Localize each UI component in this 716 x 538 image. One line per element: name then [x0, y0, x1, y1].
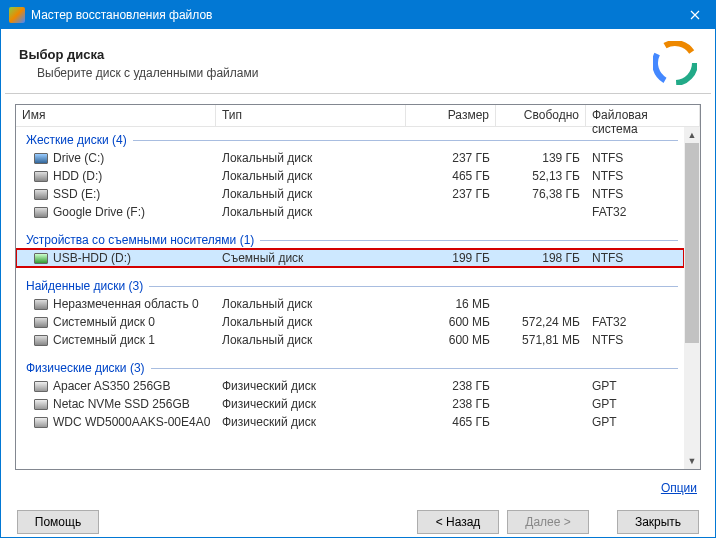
disk-row[interactable]: Системный диск 0Локальный диск600 МБ572,… [16, 313, 684, 331]
drive-icon [34, 417, 48, 428]
app-icon [9, 7, 25, 23]
drive-icon [34, 207, 48, 218]
drive-icon [34, 171, 48, 182]
col-free[interactable]: Свободно [496, 105, 586, 126]
next-button[interactable]: Далее > [507, 510, 589, 534]
drive-icon [34, 153, 48, 164]
disk-fs: NTFS [586, 151, 684, 165]
disk-free: 139 ГБ [496, 151, 586, 165]
page-subtitle: Выберите диск с удаленными файлами [19, 66, 653, 80]
disk-size: 600 МБ [406, 333, 496, 347]
disk-type: Локальный диск [216, 151, 406, 165]
disk-size: 16 МБ [406, 297, 496, 311]
scroll-up-icon[interactable]: ▲ [684, 127, 700, 143]
disk-type: Локальный диск [216, 187, 406, 201]
group-header: Найденные диски (3) [16, 273, 684, 295]
disk-type: Локальный диск [216, 297, 406, 311]
scroll-down-icon[interactable]: ▼ [684, 453, 700, 469]
disk-row[interactable]: Google Drive (F:)Локальный дискFAT32 [16, 203, 684, 221]
group-label: Физические диски (3) [26, 361, 145, 375]
disk-fs: NTFS [586, 333, 684, 347]
disk-name: Google Drive (F:) [53, 205, 145, 219]
disk-free: 198 ГБ [496, 251, 586, 265]
disk-list: Имя Тип Размер Свободно Файловая система… [15, 104, 701, 470]
col-name[interactable]: Имя [16, 105, 216, 126]
group-header: Физические диски (3) [16, 355, 684, 377]
disk-name: Apacer AS350 256GB [53, 379, 170, 393]
disk-row[interactable]: WDC WD5000AAKS-00E4A0Физический диск465 … [16, 413, 684, 431]
group-label: Найденные диски (3) [26, 279, 143, 293]
wizard-header: Выбор диска Выберите диск с удаленными ф… [1, 29, 715, 93]
group-header: Жесткие диски (4) [16, 127, 684, 149]
drive-icon [34, 381, 48, 392]
disk-name: Drive (C:) [53, 151, 104, 165]
group-label: Жесткие диски (4) [26, 133, 127, 147]
back-button[interactable]: < Назад [417, 510, 499, 534]
help-button[interactable]: Помощь [17, 510, 99, 534]
disk-name: Netac NVMe SSD 256GB [53, 397, 190, 411]
disk-size: 199 ГБ [406, 251, 496, 265]
close-icon [690, 10, 700, 20]
disk-size: 238 ГБ [406, 379, 496, 393]
scrollbar[interactable]: ▲ ▼ [684, 127, 700, 469]
app-logo-icon [653, 41, 697, 85]
disk-size: 465 ГБ [406, 415, 496, 429]
disk-row[interactable]: HDD (D:)Локальный диск465 ГБ52,13 ГБNTFS [16, 167, 684, 185]
disk-free: 571,81 МБ [496, 333, 586, 347]
disk-type: Локальный диск [216, 333, 406, 347]
disk-free: 52,13 ГБ [496, 169, 586, 183]
column-headers[interactable]: Имя Тип Размер Свободно Файловая система [16, 105, 700, 127]
disk-type: Съемный диск [216, 251, 406, 265]
disk-type: Физический диск [216, 379, 406, 393]
options-row: Опции [1, 474, 715, 496]
disk-size: 600 МБ [406, 315, 496, 329]
disk-size: 465 ГБ [406, 169, 496, 183]
disk-row[interactable]: Drive (C:)Локальный диск237 ГБ139 ГБNTFS [16, 149, 684, 167]
disk-size: 237 ГБ [406, 151, 496, 165]
disk-row[interactable]: Netac NVMe SSD 256GBФизический диск238 Г… [16, 395, 684, 413]
close-button-footer[interactable]: Закрыть [617, 510, 699, 534]
titlebar: Мастер восстановления файлов [1, 1, 715, 29]
footer: Помощь < Назад Далее > Закрыть [1, 496, 715, 538]
disk-row[interactable]: USB-HDD (D:)Съемный диск199 ГБ198 ГБNTFS [16, 249, 684, 267]
disk-type: Локальный диск [216, 205, 406, 219]
close-button[interactable] [675, 1, 715, 29]
disk-name: Неразмеченная область 0 [53, 297, 199, 311]
disk-free: 76,38 ГБ [496, 187, 586, 201]
disk-row[interactable]: Неразмеченная область 0Локальный диск16 … [16, 295, 684, 313]
disk-type: Физический диск [216, 397, 406, 411]
group-label: Устройства со съемными носителями (1) [26, 233, 254, 247]
drive-icon [34, 253, 48, 264]
disk-type: Локальный диск [216, 315, 406, 329]
disk-name: HDD (D:) [53, 169, 102, 183]
disk-size: 237 ГБ [406, 187, 496, 201]
col-size[interactable]: Размер [406, 105, 496, 126]
disk-fs: GPT [586, 397, 684, 411]
drive-icon [34, 399, 48, 410]
disk-name: WDC WD5000AAKS-00E4A0 [53, 415, 210, 429]
drive-icon [34, 189, 48, 200]
col-fs[interactable]: Файловая система [586, 105, 700, 126]
disk-row[interactable]: Системный диск 1Локальный диск600 МБ571,… [16, 331, 684, 349]
disk-row[interactable]: SSD (E:)Локальный диск237 ГБ76,38 ГБNTFS [16, 185, 684, 203]
scroll-thumb[interactable] [685, 143, 699, 343]
options-link[interactable]: Опции [661, 481, 697, 495]
disk-size: 238 ГБ [406, 397, 496, 411]
disk-fs: GPT [586, 415, 684, 429]
disk-name: SSD (E:) [53, 187, 100, 201]
disk-type: Физический диск [216, 415, 406, 429]
group-header: Устройства со съемными носителями (1) [16, 227, 684, 249]
disk-name: Системный диск 1 [53, 333, 155, 347]
col-type[interactable]: Тип [216, 105, 406, 126]
disk-type: Локальный диск [216, 169, 406, 183]
disk-fs: NTFS [586, 169, 684, 183]
page-title: Выбор диска [19, 47, 653, 62]
disk-name: USB-HDD (D:) [53, 251, 131, 265]
disk-free: 572,24 МБ [496, 315, 586, 329]
disk-fs: NTFS [586, 251, 684, 265]
disk-fs: NTFS [586, 187, 684, 201]
disk-fs: GPT [586, 379, 684, 393]
disk-row[interactable]: Apacer AS350 256GBФизический диск238 ГБG… [16, 377, 684, 395]
window-title: Мастер восстановления файлов [31, 8, 675, 22]
disk-fs: FAT32 [586, 205, 684, 219]
